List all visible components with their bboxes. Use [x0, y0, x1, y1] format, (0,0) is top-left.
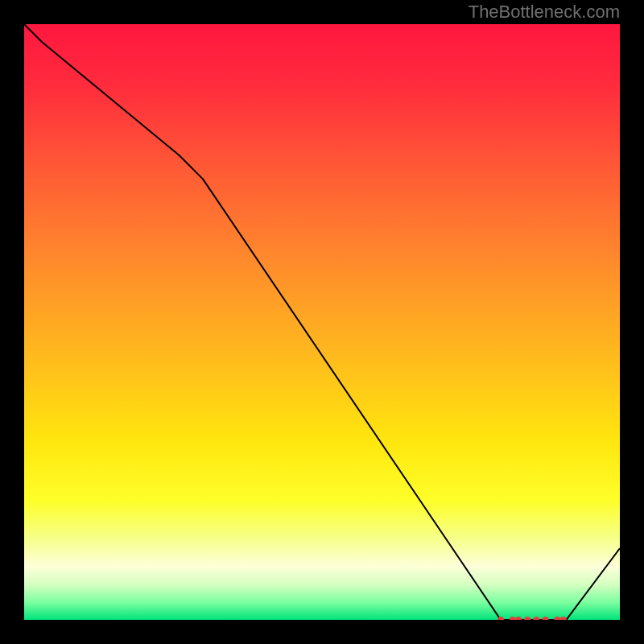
- watermark-text: TheBottleneck.com: [469, 2, 620, 23]
- chart-container: TheBottleneck.com: [0, 0, 644, 644]
- dot-marker: [515, 617, 522, 620]
- dot-marker: [560, 617, 567, 620]
- dot-marker: [510, 617, 516, 620]
- dot-marker: [533, 617, 539, 620]
- plot-area: [24, 24, 620, 620]
- line-layer: [24, 24, 620, 620]
- dot-marker: [542, 617, 548, 620]
- data-curve: [24, 24, 620, 620]
- dot-marker: [524, 617, 530, 620]
- dot-marker: [554, 617, 560, 620]
